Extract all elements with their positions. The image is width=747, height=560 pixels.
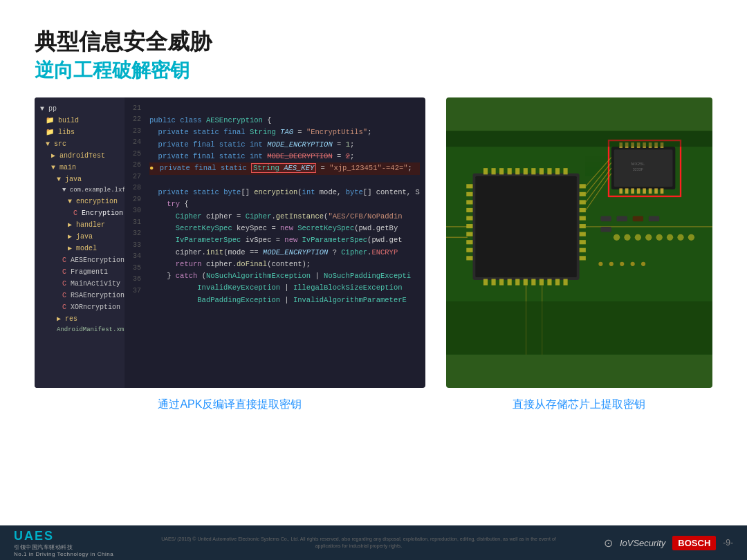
tree-rsa: C RSAEncryption	[37, 290, 122, 301]
svg-rect-88	[649, 216, 659, 221]
svg-point-76	[614, 234, 620, 240]
footer-copyright: UAES/ (2018) © United Automotive Electro…	[151, 536, 566, 550]
code-line-28: private static byte[] encryption(int mod…	[149, 187, 420, 198]
svg-rect-34	[466, 248, 472, 252]
tree-res: ▶ res	[37, 313, 122, 325]
caption-left: 通过APK反编译直接提取密钥	[158, 398, 302, 412]
code-line-24: private final static int MODE_ENCRYPTION…	[149, 139, 420, 151]
svg-rect-3	[475, 176, 576, 277]
svg-rect-18	[507, 279, 511, 285]
svg-point-79	[645, 234, 652, 240]
iovsecurity-text: IoVSecurity	[620, 538, 665, 548]
code-line-25: private final static int MODE_DECRYPTION…	[149, 151, 420, 162]
svg-rect-24	[555, 279, 560, 285]
line-numbers: 21 22 23 24 25 26 27 28 29 30 31 32 33 3…	[124, 97, 144, 388]
code-line-30: Cipher cipher = Cipher.getInstance("AES/…	[149, 211, 420, 223]
svg-rect-47	[614, 149, 672, 187]
caption-right: 直接从存储芯片上提取密钥	[513, 398, 645, 412]
svg-rect-84	[600, 216, 611, 221]
svg-rect-29	[466, 208, 472, 212]
left-panel: ▼ pp 📁 build 📁 libs ▼ src ▶ androidTest …	[35, 97, 425, 412]
svg-rect-45	[579, 256, 585, 260]
tree-model: ▶ model	[37, 243, 122, 254]
svg-rect-16	[491, 279, 495, 285]
svg-text:MX25L: MX25L	[631, 161, 645, 166]
svg-rect-86	[616, 216, 627, 221]
svg-rect-28	[466, 200, 472, 204]
content-area: ▼ pp 📁 build 📁 libs ▼ src ▶ androidTest …	[35, 97, 712, 412]
tree-src: ▼ src	[37, 138, 122, 150]
code-line-27	[149, 175, 420, 187]
svg-rect-21	[531, 279, 535, 285]
svg-rect-61	[649, 188, 652, 194]
svg-rect-95	[446, 131, 712, 147]
svg-rect-15	[483, 279, 488, 285]
tree-xor: C XORncryption	[37, 301, 122, 313]
svg-point-83	[688, 234, 694, 240]
svg-rect-4	[483, 168, 488, 174]
svg-point-82	[677, 234, 683, 240]
svg-rect-13	[555, 168, 560, 174]
svg-rect-43	[579, 240, 585, 244]
svg-rect-22	[540, 279, 544, 285]
svg-rect-39	[579, 208, 585, 212]
svg-rect-8	[515, 168, 519, 174]
svg-rect-58	[631, 188, 634, 194]
title-area: 典型信息安全威胁 逆向工程破解密钥	[35, 28, 712, 84]
tree-package: ▼ com.example.lxf.test	[37, 185, 122, 196]
svg-rect-60	[643, 188, 646, 194]
title-sub: 逆向工程破解密钥	[35, 57, 712, 84]
code-editor: ▼ pp 📁 build 📁 libs ▼ src ▶ androidTest …	[35, 97, 425, 388]
svg-point-78	[635, 234, 641, 240]
svg-rect-41	[579, 224, 585, 228]
tree-pp: ▼ pp	[37, 103, 122, 115]
tree-androidtest: ▶ androidTest	[37, 150, 122, 162]
svg-rect-20	[523, 279, 527, 285]
tree-encryption-class: C Encryption	[37, 207, 122, 219]
code-line-34: return cipher.doFinal(content);	[149, 259, 420, 270]
svg-point-90	[609, 262, 614, 266]
svg-rect-32	[466, 232, 472, 236]
code-line-23: private static final String TAG = "Encry…	[149, 127, 420, 138]
code-line-21	[149, 103, 420, 115]
tree-java: ▼ java	[37, 174, 122, 185]
title-main: 典型信息安全威胁	[35, 28, 712, 57]
svg-rect-12	[547, 168, 551, 174]
tree-java2: ▶ java	[37, 231, 122, 243]
page-number: -9-	[723, 538, 733, 548]
tree-fragment: C Fragment1	[37, 266, 122, 278]
svg-rect-35	[466, 256, 472, 260]
code-line-29: try {	[149, 198, 420, 210]
svg-rect-33	[466, 240, 472, 244]
svg-rect-7	[507, 168, 511, 174]
uaes-tagline-cn: 引领中国汽车驱动科技	[14, 543, 73, 551]
code-line-36: InvalidKeyException | IllegalBlockSizeEx…	[149, 282, 420, 294]
svg-rect-27	[466, 192, 472, 196]
code-line-22: public class AESEncryption {	[149, 115, 420, 127]
svg-rect-56	[619, 188, 622, 194]
tree-main-activity: C MainActivity	[37, 278, 122, 290]
svg-rect-11	[540, 168, 544, 174]
slide-container: 典型信息安全威胁 逆向工程破解密钥 ▼ pp 📁 build 📁 libs ▼ …	[0, 0, 747, 560]
code-line-33: cipher.init(mode == MODE_ENCRYPTION ? Ci…	[149, 247, 420, 259]
svg-rect-42	[579, 232, 585, 236]
code-line-31: SecretKeySpec keySpec = new SecretKeySpe…	[149, 223, 420, 234]
tree-aes: C AESEncryption	[37, 254, 122, 266]
svg-rect-9	[523, 168, 527, 174]
svg-rect-44	[579, 248, 585, 252]
uaes-tagline-en: No.1 in Driving Technology in China	[14, 551, 113, 557]
svg-rect-57	[625, 188, 629, 194]
circuit-board-image: MX25L 3233F	[446, 97, 712, 388]
svg-rect-23	[547, 279, 551, 285]
svg-rect-94	[446, 301, 712, 355]
svg-rect-5	[491, 168, 495, 174]
tree-encryption-folder: ▼ encryption	[37, 196, 122, 207]
svg-point-93	[641, 262, 645, 266]
svg-rect-17	[499, 279, 504, 285]
svg-rect-59	[637, 188, 640, 194]
code-line-37: BadPaddingException | InvalidAlgorithmPa…	[149, 295, 420, 306]
code-line-32: IvParameterSpec ivSpec = new IvParameter…	[149, 234, 420, 246]
uaes-brand-text: UAES	[14, 529, 54, 543]
svg-rect-25	[563, 279, 567, 285]
svg-rect-85	[600, 227, 611, 232]
